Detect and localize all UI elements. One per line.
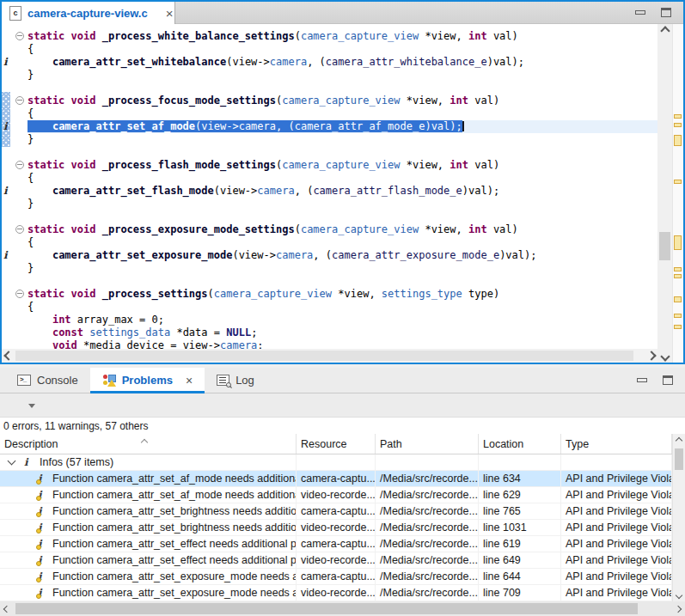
code-line[interactable]: static void _process_settings(camera_cap… <box>28 288 657 301</box>
code-line[interactable]: { <box>28 301 657 314</box>
scrollbar-thumb[interactable] <box>659 232 670 260</box>
scrollbar-thumb[interactable] <box>15 351 633 361</box>
editor-marker-bar[interactable]: iiii <box>2 24 12 349</box>
code-line[interactable]: const settings_data *data = NULL; <box>28 326 657 339</box>
problem-row[interactable]: iFunction camera_attr_set_af_mode needs … <box>0 471 672 487</box>
warning-marker[interactable] <box>674 296 682 302</box>
overview-ruler[interactable] <box>672 24 683 363</box>
group-row-label: Infos (57 items) <box>40 456 113 468</box>
problem-row[interactable]: iFunction camera_attr_set_af_mode needs … <box>0 487 672 503</box>
code-line[interactable]: camera_attr_set_af_mode(view->camera, (c… <box>28 120 657 133</box>
problems-icon <box>102 374 116 387</box>
column-header-location[interactable]: Location <box>479 434 561 454</box>
info-marker-icon[interactable]: i <box>3 186 11 197</box>
code-line[interactable]: } <box>28 198 657 210</box>
code-line[interactable]: static void _process_white_balance_setti… <box>28 30 657 43</box>
problem-row[interactable]: iFunction camera_attr_set_effect needs a… <box>0 536 672 552</box>
fold-collapse-icon[interactable] <box>15 96 24 105</box>
code-line[interactable]: void *media_device = view->camera; <box>28 339 657 349</box>
problem-row[interactable]: iFunction camera_attr_set_effect needs a… <box>0 552 672 569</box>
code-line[interactable]: { <box>28 43 657 56</box>
column-header-path[interactable]: Path <box>376 434 479 454</box>
editor-vertical-scrollbar[interactable] <box>657 24 672 363</box>
problems-table-header: DescriptionResourcePathLocationType <box>0 434 672 454</box>
column-header-label: Path <box>380 438 402 450</box>
code-line[interactable]: { <box>28 107 657 120</box>
scroll-right-icon[interactable] <box>645 349 657 363</box>
location-cell: line 1031 <box>479 520 561 535</box>
info-marker-icon[interactable]: i <box>3 57 11 68</box>
code-line[interactable]: camera_attr_set_flash_mode(view->camera,… <box>28 185 657 198</box>
code-line[interactable]: static void _process_focus_mode_settings… <box>28 95 657 107</box>
warning-marker[interactable] <box>674 325 682 329</box>
fold-collapse-icon[interactable] <box>15 161 24 169</box>
code-line[interactable] <box>28 210 657 223</box>
column-header-type[interactable]: Type <box>561 434 672 454</box>
code-line[interactable] <box>28 82 657 95</box>
close-tab-icon[interactable]: × <box>186 375 193 387</box>
selected-text[interactable]: camera_attr_set_af_mode(view->camera, (c… <box>28 120 462 132</box>
code-line[interactable]: { <box>28 236 657 249</box>
maximize-icon[interactable] <box>663 375 673 385</box>
scroll-left-icon[interactable] <box>0 601 14 616</box>
problem-row[interactable]: iFunction camera_attr_set_exposure_mode … <box>0 585 672 601</box>
code-line[interactable]: camera_attr_set_exposure_mode(view->came… <box>28 249 657 262</box>
code-line[interactable]: { <box>28 172 657 185</box>
problem-row[interactable]: iFunction camera_attr_set_brightness nee… <box>0 503 672 520</box>
close-tab-icon[interactable]: × <box>166 7 174 20</box>
tab-console[interactable]: Console <box>5 368 90 393</box>
tab-log[interactable]: Log <box>205 368 266 393</box>
editor-horizontal-scrollbar[interactable] <box>2 349 657 363</box>
empty-cell <box>479 454 561 470</box>
code-line[interactable]: } <box>28 262 657 275</box>
code-line[interactable]: } <box>28 133 657 146</box>
table-vertical-scrollbar[interactable] <box>672 434 685 601</box>
code-line[interactable]: int array_max = 0; <box>28 314 657 326</box>
warning-marker[interactable] <box>674 274 682 278</box>
editor-fold-bar[interactable] <box>12 24 28 349</box>
warning-marker[interactable] <box>674 267 682 271</box>
tab-problems[interactable]: Problems × <box>90 368 205 393</box>
code-line[interactable]: static void _process_exposure_mode_setti… <box>28 223 657 236</box>
warning-marker[interactable] <box>674 235 682 250</box>
scroll-left-icon[interactable] <box>2 349 15 363</box>
code-line[interactable]: static void _process_flash_mode_settings… <box>28 159 657 172</box>
info-marker-icon[interactable]: i <box>3 250 11 261</box>
warning-marker[interactable] <box>674 314 682 318</box>
scrollbar-thumb[interactable] <box>675 448 683 470</box>
code-editor[interactable]: static void _process_white_balance_setti… <box>28 24 657 349</box>
editor-tab-camera-capture-view[interactable]: c camera-capture-view.c × <box>2 2 175 24</box>
resource-cell: video-recorde... <box>297 487 376 503</box>
warning-marker[interactable] <box>674 135 682 146</box>
info-marker-icon[interactable]: i <box>3 121 11 132</box>
panel-horizontal-scrollbar[interactable] <box>0 601 685 616</box>
problems-group-row[interactable]: iInfos (57 items) <box>0 454 672 471</box>
problem-row[interactable]: iFunction camera_attr_set_exposure_mode … <box>0 569 672 585</box>
scroll-down-icon[interactable] <box>673 589 685 601</box>
scroll-down-icon[interactable] <box>657 350 672 363</box>
code-line[interactable]: } <box>28 69 657 82</box>
scrollbar-thumb[interactable] <box>15 603 638 614</box>
expand-collapse-icon[interactable] <box>8 457 16 466</box>
fold-collapse-icon[interactable] <box>15 290 24 298</box>
column-header-description[interactable]: Description <box>0 434 297 454</box>
fold-collapse-icon[interactable] <box>15 32 24 40</box>
scroll-right-icon[interactable] <box>671 601 685 616</box>
warning-marker[interactable] <box>674 123 682 127</box>
c-file-icon: c <box>9 6 21 21</box>
minimize-icon[interactable] <box>635 10 645 15</box>
code-line[interactable] <box>28 146 657 159</box>
warning-marker[interactable] <box>674 114 682 119</box>
scroll-up-icon[interactable] <box>673 434 685 447</box>
range-indicator-bar <box>2 92 10 147</box>
minimize-icon[interactable] <box>637 378 647 382</box>
problem-row[interactable]: iFunction camera_attr_set_brightness nee… <box>0 520 672 536</box>
fold-collapse-icon[interactable] <box>15 225 24 234</box>
warning-marker[interactable] <box>674 180 682 184</box>
code-line[interactable] <box>28 275 657 288</box>
scroll-up-icon[interactable] <box>657 24 672 37</box>
code-line[interactable]: camera_attr_set_whitebalance(view->camer… <box>28 56 657 69</box>
view-menu-dropdown-icon[interactable] <box>28 404 35 408</box>
maximize-icon[interactable] <box>661 8 671 17</box>
column-header-resource[interactable]: Resource <box>297 434 376 454</box>
